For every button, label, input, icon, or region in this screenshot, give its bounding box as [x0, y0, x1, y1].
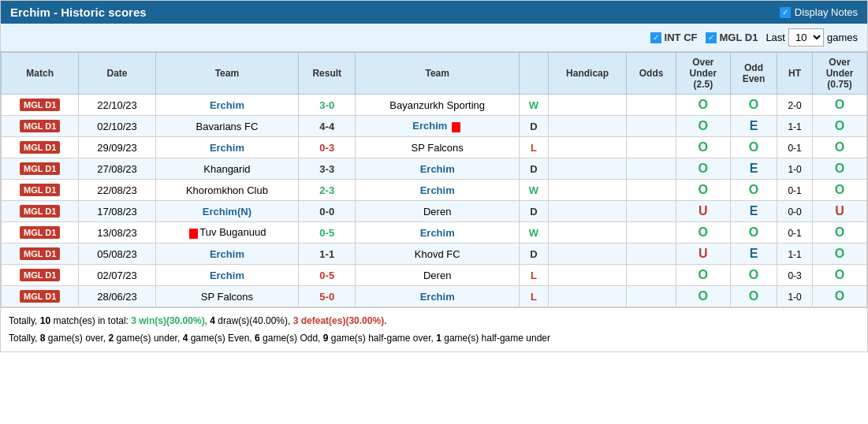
col-team2: Team: [356, 53, 520, 95]
footer-wins: 3: [131, 315, 136, 326]
cell-odds: [627, 137, 676, 158]
over-under-value: U: [698, 247, 708, 260]
over-under-075-value: O: [835, 162, 844, 175]
cell-team2: Deren: [356, 201, 520, 222]
cell-match: MGL D1: [2, 116, 79, 137]
team2-name: Erchim: [420, 184, 455, 196]
cell-over-under-075: O: [812, 158, 866, 180]
cell-result: 0-3: [299, 137, 356, 158]
outcome-badge: L: [531, 270, 537, 281]
over-under-value: O: [698, 268, 708, 281]
cell-over-under: O: [676, 265, 730, 286]
int-cf-filter: ✓ INT CF: [650, 32, 698, 43]
cell-handicap: [548, 180, 626, 201]
result-score: 5-0: [319, 291, 334, 303]
odd-even-value: O: [749, 289, 758, 303]
result-score: 0-5: [319, 227, 334, 239]
cell-team1: SP Falcons: [155, 286, 299, 307]
cell-ht: 1-0: [777, 286, 813, 307]
cell-team1: Erchim(N): [155, 201, 299, 222]
footer-even: 4: [183, 333, 188, 344]
col-ht: HT: [777, 53, 813, 95]
footer-totally-1: Totally,: [9, 315, 37, 326]
footer-under: 2: [109, 333, 114, 344]
over-under-value: O: [698, 289, 708, 303]
team2-name: Erchim: [420, 227, 455, 239]
team2-name: Erchim: [412, 120, 447, 132]
header: Erchim - Historic scores ✓ Display Notes: [1, 1, 867, 24]
int-cf-checkbox[interactable]: ✓: [650, 32, 661, 43]
outcome-badge: D: [530, 206, 537, 218]
cell-odd-even: E: [730, 244, 777, 265]
cell-team2: Erchim: [356, 286, 520, 307]
cell-result: 3-0: [299, 95, 356, 116]
mgl-d1-checkbox[interactable]: ✓: [706, 32, 717, 43]
odd-even-value: O: [749, 268, 758, 281]
ht-score: 1-1: [788, 249, 801, 260]
cell-date: 02/10/23: [79, 116, 155, 137]
result-score: 2-3: [319, 184, 334, 196]
cell-odd-even: E: [730, 201, 777, 222]
team1-name: Erchim(N): [203, 206, 251, 218]
footer-odd-label: game(s) Odd,: [263, 333, 320, 344]
display-notes-label: Display Notes: [795, 6, 858, 18]
cell-team2: Erchim: [356, 180, 520, 201]
last-games-select[interactable]: 10 20 30: [788, 28, 824, 46]
cell-odds: [627, 116, 676, 137]
cell-over-under-075: O: [812, 95, 866, 116]
outcome-badge: L: [531, 142, 537, 154]
cell-handicap: [548, 222, 626, 244]
display-notes-checkbox[interactable]: ✓: [780, 7, 791, 18]
page-title: Erchim - Historic scores: [10, 6, 147, 19]
over-under-075-value: O: [835, 247, 844, 260]
cell-ht: 0-0: [777, 201, 813, 222]
cell-team1: Bavarians FC: [155, 116, 299, 137]
cell-result: 4-4: [299, 116, 356, 137]
over-under-value: U: [698, 204, 708, 218]
over-under-value: O: [698, 225, 708, 239]
cell-match: MGL D1: [2, 244, 79, 265]
table-row: MGL D122/08/23Khoromkhon Club2-3ErchimWO…: [2, 180, 867, 201]
cell-over-under-075: U: [812, 201, 866, 222]
cell-team1: Erchim: [155, 137, 299, 158]
cell-date: 13/08/23: [79, 222, 155, 244]
odd-even-value: E: [750, 247, 758, 260]
col-handicap: Handicap: [548, 53, 626, 95]
cell-odd-even: O: [730, 95, 777, 116]
over-under-value: O: [698, 140, 708, 154]
footer-total-matches: 10: [40, 315, 50, 326]
cell-outcome: L: [520, 286, 549, 307]
result-score: 0-0: [319, 206, 334, 218]
cell-handicap: [548, 137, 626, 158]
table-row: MGL D117/08/23Erchim(N)0-0DerenDUE0-0U: [2, 201, 867, 222]
cell-date: 28/06/23: [79, 286, 155, 307]
cell-date: 29/09/23: [79, 137, 155, 158]
cell-date: 05/08/23: [79, 244, 155, 265]
footer-over-label: game(s) over,: [48, 333, 106, 344]
team1-name: Erchim: [210, 142, 244, 154]
ht-score: 0-0: [788, 206, 801, 218]
cell-outcome: D: [520, 116, 549, 137]
team2-name: Deren: [423, 270, 451, 281]
table-row: MGL D113/08/23Tuv Buganuud0-5ErchimWOO0-…: [2, 222, 867, 244]
table-header-row: Match Date Team Result Team Handicap Odd…: [2, 53, 867, 95]
cell-outcome: W: [520, 222, 549, 244]
cell-odd-even: O: [730, 180, 777, 201]
cell-odd-even: O: [730, 137, 777, 158]
cell-result: 0-5: [299, 222, 356, 244]
team1-name: Bavarians FC: [196, 121, 259, 132]
cell-over-under: U: [676, 201, 730, 222]
col-over-under-25: OverUnder(2.5): [676, 53, 730, 95]
table-row: MGL D122/10/23Erchim3-0Bayanzurkh Sporti…: [2, 95, 867, 116]
filter-bar: ✓ INT CF ✓ MGL D1 Last 10 20 30 games: [1, 24, 867, 52]
cell-over-under-075: O: [812, 244, 866, 265]
cell-ht: 0-1: [777, 222, 813, 244]
cell-odds: [627, 265, 676, 286]
team1-name: SP Falcons: [201, 291, 253, 303]
table-row: MGL D128/06/23SP Falcons5-0ErchimLOO1-0O: [2, 286, 867, 307]
over-under-value: O: [698, 119, 708, 132]
ht-score: 0-3: [788, 270, 801, 281]
ht-score: 2-0: [788, 100, 801, 111]
team2-name: Deren: [423, 206, 451, 218]
int-cf-label: INT CF: [665, 32, 698, 43]
